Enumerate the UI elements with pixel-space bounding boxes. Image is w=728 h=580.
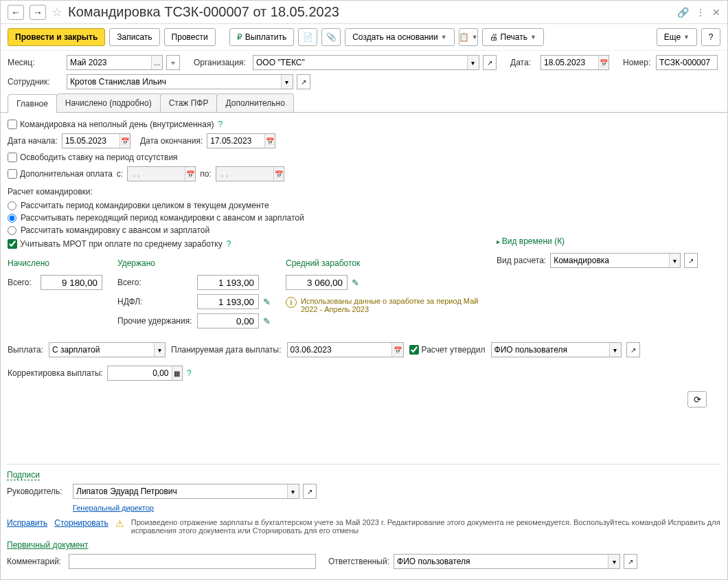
mrot-hint-icon[interactable]: ?	[227, 239, 231, 249]
signatures-link[interactable]: Подписи	[7, 470, 40, 480]
extra-pay-input[interactable]	[8, 169, 17, 179]
partial-day-hint-icon[interactable]: ?	[218, 120, 223, 129]
month-picker-button[interactable]: …	[151, 56, 162, 69]
link-icon[interactable]: 🔗	[677, 7, 689, 18]
free-rate-checkbox[interactable]: Освободить ставку на период отсутствия	[8, 153, 178, 162]
calc-option-3[interactable]: Рассчитать командировку с авансом и зарп…	[8, 225, 720, 235]
calc-type-input[interactable]	[551, 254, 669, 267]
calc-radio-2[interactable]	[8, 214, 16, 223]
nav-forward-button[interactable]: →	[30, 5, 46, 20]
reverse-link[interactable]: Сторнировать	[54, 518, 108, 528]
date-field[interactable]: 📅	[541, 55, 609, 70]
ndfl-edit-icon[interactable]: ✎	[263, 297, 271, 307]
calc-radio-1[interactable]	[8, 201, 16, 210]
tab-extra[interactable]: Дополнительно	[216, 93, 293, 112]
tab-main[interactable]: Главное	[8, 94, 57, 113]
calc-type-field[interactable]: ▾	[550, 253, 681, 268]
employee-dropdown-button[interactable]: ▾	[281, 75, 293, 89]
correction-input[interactable]	[108, 366, 172, 380]
approver-input[interactable]	[492, 343, 610, 357]
print-button[interactable]: 🖨 Печать▼	[482, 28, 544, 46]
approver-field[interactable]: ▾	[491, 342, 622, 357]
mrot-input[interactable]	[8, 239, 17, 249]
payment-input[interactable]	[49, 343, 154, 357]
mrot-checkbox[interactable]: Учитывать МРОТ при оплате по среднему за…	[8, 239, 223, 249]
plan-date-picker-button[interactable]: 📅	[391, 343, 402, 357]
avg-earnings-field[interactable]	[286, 275, 348, 290]
correction-field[interactable]: ▦	[107, 366, 183, 381]
date-picker-button[interactable]: 📅	[598, 56, 608, 69]
start-date-input[interactable]	[62, 134, 120, 148]
org-field[interactable]: ▾	[253, 55, 479, 70]
post-button[interactable]: Провести	[164, 28, 216, 46]
responsible-field[interactable]: ▾	[394, 554, 620, 569]
calc-option-2[interactable]: Рассчитывать переходящий период командир…	[8, 213, 720, 223]
approved-checkbox[interactable]: Расчет утвердил	[409, 345, 486, 355]
correction-hint-icon[interactable]: ?	[187, 368, 192, 378]
copy-icon-button[interactable]: 📋▼	[459, 28, 478, 46]
pay-button[interactable]: ₽Выплатить	[229, 28, 295, 46]
responsible-dropdown-button[interactable]: ▾	[608, 555, 619, 568]
help-button[interactable]: ?	[701, 28, 720, 46]
head-open-button[interactable]: ↗	[303, 484, 317, 499]
accrued-total-field[interactable]	[41, 275, 102, 290]
comment-input[interactable]	[69, 555, 315, 568]
other-edit-icon[interactable]: ✎	[263, 316, 271, 326]
write-button[interactable]: Записать	[109, 28, 159, 46]
start-date-picker-button[interactable]: 📅	[120, 134, 130, 148]
employee-field[interactable]: ▾	[67, 74, 293, 89]
document-icon-button[interactable]: 📄	[298, 28, 317, 46]
employee-open-button[interactable]: ↗	[297, 74, 310, 89]
responsible-open-button[interactable]: ↗	[624, 554, 637, 569]
attachment-icon-button[interactable]: 📎	[321, 28, 341, 46]
org-input[interactable]	[253, 56, 467, 69]
other-withheld-field[interactable]	[197, 313, 259, 328]
nav-back-button[interactable]: ←	[8, 5, 24, 20]
calc-radio-3[interactable]	[8, 226, 16, 235]
head-position-link[interactable]: Генеральный директор	[73, 504, 154, 512]
approved-input[interactable]	[409, 345, 419, 355]
employee-input[interactable]	[67, 75, 281, 89]
approver-dropdown-button[interactable]: ▾	[609, 343, 620, 357]
calc-type-dropdown-button[interactable]: ▾	[669, 254, 680, 267]
end-date-picker-button[interactable]: 📅	[264, 134, 275, 148]
tab-accrued[interactable]: Начислено (подробно)	[56, 93, 161, 112]
calc-type-open-button[interactable]: ↗	[684, 253, 698, 268]
partial-day-checkbox[interactable]: Командировка на неполный день (внутрисме…	[8, 120, 214, 129]
payment-dropdown-button[interactable]: ▾	[154, 343, 165, 357]
tab-pfr[interactable]: Стаж ПФР	[160, 93, 218, 112]
month-field[interactable]: …	[67, 55, 163, 70]
start-date-field[interactable]: 📅	[62, 133, 130, 148]
end-date-input[interactable]	[207, 134, 264, 148]
end-date-field[interactable]: 📅	[207, 133, 275, 148]
month-spinner[interactable]: ÷	[166, 55, 180, 70]
plan-date-input[interactable]	[288, 343, 392, 357]
comment-field[interactable]	[69, 554, 316, 569]
head-dropdown-button[interactable]: ▾	[287, 484, 299, 498]
partial-day-input[interactable]	[8, 120, 17, 129]
month-input[interactable]	[67, 56, 151, 69]
extra-pay-checkbox[interactable]: Дополнительная оплата	[8, 169, 113, 179]
create-based-on-button[interactable]: Создать на основании▼	[345, 28, 454, 46]
ndfl-field[interactable]	[197, 294, 259, 309]
post-and-close-button[interactable]: Провести и закрыть	[8, 28, 105, 46]
refresh-button[interactable]: ⟳	[687, 391, 707, 408]
avg-edit-icon[interactable]: ✎	[352, 278, 359, 288]
favorite-star-icon[interactable]: ☆	[52, 5, 62, 20]
kebab-menu-icon[interactable]: ⋮	[696, 7, 705, 18]
payment-field[interactable]: ▾	[49, 342, 166, 357]
correction-calc-button[interactable]: ▦	[172, 366, 182, 380]
responsible-input[interactable]	[394, 555, 608, 568]
more-button[interactable]: Еще▼	[657, 28, 697, 46]
close-icon[interactable]: ✕	[712, 7, 720, 18]
primary-doc-link[interactable]: Первичный документ	[7, 540, 89, 550]
head-field[interactable]: ▾	[73, 484, 299, 499]
fix-link[interactable]: Исправить	[7, 518, 47, 528]
time-kind-link[interactable]: Вид времени (К)	[497, 236, 709, 246]
org-open-button[interactable]: ↗	[483, 55, 497, 70]
org-dropdown-button[interactable]: ▾	[467, 56, 479, 69]
free-rate-input[interactable]	[8, 153, 17, 162]
plan-date-field[interactable]: 📅	[287, 342, 404, 357]
approver-open-button[interactable]: ↗	[626, 342, 640, 357]
head-input[interactable]	[73, 484, 287, 498]
